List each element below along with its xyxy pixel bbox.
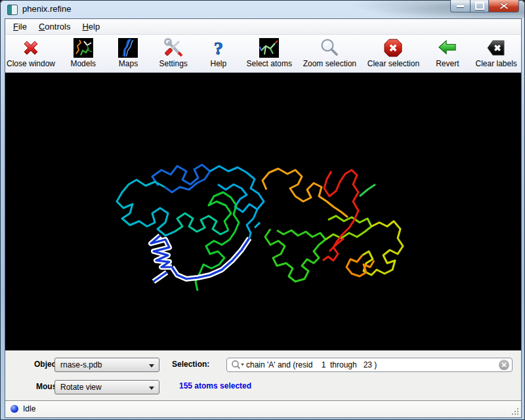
menu-bar: FileControlsHelp (5, 19, 521, 35)
toolbar-zoom-selection-button[interactable]: Zoom selection (303, 37, 356, 68)
control-panel: Object: rnase-s.pdb Selection: ✕ Mouse: … (5, 350, 521, 401)
toolbar-label: Revert (436, 59, 459, 68)
zoom-selection-icon (319, 37, 340, 58)
molecule-segment (265, 229, 326, 282)
maximize-button[interactable] (470, 0, 489, 12)
toolbar-models-button[interactable]: Models (66, 37, 100, 68)
status-indicator-icon (10, 405, 18, 413)
atoms-selected-status: 155 atoms selected (179, 381, 251, 390)
mouse-dropdown[interactable]: Rotate view (54, 380, 159, 394)
toolbar-label: Help (211, 59, 227, 68)
object-dropdown[interactable]: rnase-s.pdb (54, 358, 159, 372)
app-icon (7, 5, 18, 15)
menu-item-help[interactable]: Help (76, 20, 106, 33)
object-dropdown-value: rnase-s.pdb (60, 360, 102, 369)
close-button[interactable] (489, 0, 519, 12)
search-icon[interactable] (231, 360, 244, 370)
svg-text:?: ? (214, 38, 223, 58)
toolbar-label: Maps (119, 59, 138, 68)
close-window-icon (20, 37, 41, 58)
molecule-segment (175, 213, 228, 234)
molecule-segment (255, 222, 260, 228)
molecule-segment (360, 184, 375, 196)
status-text: Idle (23, 404, 35, 413)
molecule-segment (172, 238, 249, 279)
resize-grip[interactable] (511, 408, 520, 416)
toolbar-clear-selection-button[interactable]: Clear selection (368, 37, 419, 68)
clear-labels-icon (486, 37, 507, 58)
molecule-segment (154, 272, 167, 282)
toolbar-clear-labels-button[interactable]: Clear labels (476, 37, 517, 68)
selection-input[interactable] (246, 360, 499, 369)
toolbar-label: Select atoms (247, 59, 292, 68)
toolbar: Close window Models Maps Settings ?Help … (5, 35, 521, 73)
maps-icon (117, 37, 138, 58)
help-icon: ? (208, 37, 229, 58)
settings-icon (163, 37, 184, 58)
models-icon (73, 37, 94, 58)
toolbar-label: Models (70, 59, 96, 68)
title-bar[interactable]: phenix.refine (0, 0, 525, 18)
status-bar: Idle (5, 401, 521, 417)
toolbar-label: Zoom selection (303, 59, 356, 68)
menu-item-controls[interactable]: Controls (33, 20, 76, 33)
selection-label: Selection: (172, 360, 209, 369)
menu-item-file[interactable]: File (7, 20, 33, 33)
toolbar-label: Settings (159, 59, 187, 68)
minimize-button[interactable] (450, 0, 470, 12)
molecule-trace[interactable] (5, 73, 520, 350)
app-window: phenix.refine FileControlsHelp Close win… (0, 0, 525, 420)
toolbar-close-window-button[interactable]: Close window (7, 37, 55, 68)
toolbar-settings-button[interactable]: Settings (156, 37, 190, 68)
minimize-icon (457, 5, 464, 7)
window-title: phenix.refine (22, 4, 71, 14)
chevron-down-icon (149, 387, 154, 390)
toolbar-select-atoms-button[interactable]: Select atoms (247, 37, 292, 68)
select-atoms-icon (259, 37, 280, 58)
molecule-segment (152, 165, 210, 192)
client-area: FileControlsHelp Close window Models Map… (5, 18, 522, 418)
clear-field-icon[interactable]: ✕ (499, 360, 509, 370)
toolbar-label: Clear labels (476, 59, 517, 68)
molecule-segment (323, 170, 358, 261)
toolbar-help-button[interactable]: ?Help (201, 37, 236, 68)
selection-field: ✕ (226, 358, 513, 372)
viewport-3d[interactable] (5, 73, 521, 350)
toolbar-revert-button[interactable]: Revert (430, 37, 465, 68)
mouse-dropdown-value: Rotate view (60, 383, 102, 392)
molecule-segment (247, 209, 257, 238)
revert-icon (437, 37, 458, 58)
maximize-icon (475, 2, 484, 10)
close-icon (499, 2, 509, 10)
toolbar-label: Close window (7, 59, 55, 68)
toolbar-label: Clear selection (368, 59, 419, 68)
toolbar-maps-button[interactable]: Maps (111, 37, 145, 68)
clear-selection-icon (383, 37, 404, 58)
chevron-down-icon (149, 364, 154, 368)
